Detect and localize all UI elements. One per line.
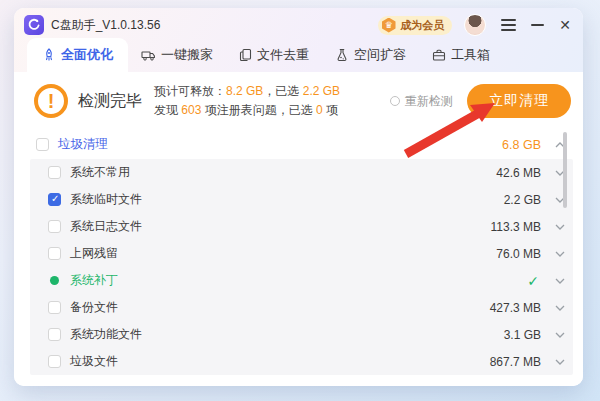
main-content: ! 检测完毕 预计可释放：8.2 GB，已选 2.2 GB 发现 603 项注册…	[14, 78, 583, 386]
crown-icon: ♛	[381, 18, 396, 33]
tab-label: 工具箱	[451, 46, 490, 64]
checkbox[interactable]	[48, 166, 61, 179]
group-row-junk-cleanup[interactable]: 垃圾清理 6.8 GB	[30, 130, 573, 159]
toolbox-icon	[432, 48, 446, 62]
duplicate-file-icon	[239, 48, 252, 62]
scan-summary: ! 检测完毕 预计可释放：8.2 GB，已选 2.2 GB 发现 603 项注册…	[34, 78, 571, 124]
checkbox[interactable]	[48, 301, 61, 314]
registry-issue-count: 603	[181, 103, 201, 117]
scrollbar-thumb[interactable]	[563, 132, 567, 208]
list-item[interactable]: 系统功能文件 3.1 GB	[30, 321, 573, 348]
tabbar: 全面优化 一键搬家 文件去重 空间扩容 工具箱	[14, 38, 583, 72]
list-item[interactable]: 系统临时文件 2.2 GB	[30, 186, 573, 213]
tab-one-key-move[interactable]: 一键搬家	[128, 38, 226, 72]
checkbox-checked[interactable]	[48, 193, 61, 206]
chevron-down-icon[interactable]	[555, 278, 565, 284]
tab-toolbox[interactable]: 工具箱	[419, 38, 503, 72]
tab-label: 空间扩容	[354, 46, 406, 64]
completed-check-icon: ✓	[527, 273, 539, 289]
titlebar: C盘助手_V1.0.13.56 ♛ 成为会员 ✕	[14, 8, 583, 38]
tab-label: 全面优化	[61, 46, 113, 64]
selected-size: 2.2 GB	[303, 84, 340, 98]
chevron-down-icon[interactable]	[555, 359, 565, 365]
recheck-label: 重新检测	[405, 93, 453, 110]
flask-icon	[335, 48, 349, 62]
tab-label: 一键搬家	[161, 46, 213, 64]
recheck-button[interactable]: 重新检测	[390, 93, 453, 110]
tab-label: 文件去重	[257, 46, 309, 64]
checkbox[interactable]	[36, 138, 49, 151]
list-item[interactable]: 垃圾文件 867.7 MB	[30, 348, 573, 375]
app-window: C盘助手_V1.0.13.56 ♛ 成为会员 ✕ 全面优化 一键搬家	[14, 8, 583, 386]
window-header: C盘助手_V1.0.13.56 ♛ 成为会员 ✕ 全面优化 一键搬家	[14, 8, 583, 72]
tab-full-optimize[interactable]: 全面优化	[27, 38, 128, 72]
list-item[interactable]: 系统日志文件 113.3 MB	[30, 213, 573, 240]
user-avatar[interactable]	[464, 14, 486, 36]
chevron-down-icon[interactable]	[555, 224, 565, 230]
group-label: 垃圾清理	[58, 136, 108, 153]
cleanup-list: 垃圾清理 6.8 GB 系统不常用 42.6 MB 系统临时文件 2.2	[30, 130, 573, 375]
list-item-completed[interactable]: 系统补丁 ✓	[30, 267, 573, 294]
registry-selected-count: 0	[316, 103, 323, 117]
close-button[interactable]: ✕	[559, 18, 571, 32]
group-size: 6.8 GB	[502, 138, 541, 152]
reclaimable-size: 8.2 GB	[226, 84, 263, 98]
registry-line: 发现 603 项注册表问题，已选 0 项	[154, 101, 340, 120]
tab-space-expand[interactable]: 空间扩容	[322, 38, 419, 72]
radio-icon	[390, 96, 400, 106]
checkbox[interactable]	[48, 355, 61, 368]
exclamation-icon: !	[34, 84, 68, 118]
chevron-down-icon[interactable]	[555, 305, 565, 311]
group-items: 系统不常用 42.6 MB 系统临时文件 2.2 GB 系统日志文件 11	[30, 159, 573, 375]
checkbox[interactable]	[48, 328, 61, 341]
checkbox[interactable]	[48, 247, 61, 260]
chevron-down-icon[interactable]	[555, 332, 565, 338]
list-item[interactable]: 备份文件 427.3 MB	[30, 294, 573, 321]
member-badge-label: 成为会员	[400, 18, 444, 33]
list-item[interactable]: 系统不常用 42.6 MB	[30, 159, 573, 186]
app-title: C盘助手_V1.0.13.56	[51, 17, 160, 34]
menu-button[interactable]	[501, 17, 516, 33]
clean-now-button[interactable]: 立即清理	[467, 84, 571, 118]
scan-details: 预计可释放：8.2 GB，已选 2.2 GB 发现 603 项注册表问题，已选 …	[154, 82, 340, 120]
truck-icon	[141, 48, 156, 62]
reclaimable-line: 预计可释放：8.2 GB，已选 2.2 GB	[154, 82, 340, 101]
list-item[interactable]: 上网残留 76.0 MB	[30, 240, 573, 267]
scan-status-title: 检测完毕	[78, 91, 142, 112]
chevron-down-icon[interactable]	[555, 251, 565, 257]
rocket-icon	[42, 48, 56, 62]
app-logo-icon	[24, 15, 44, 35]
green-dot-icon	[50, 276, 59, 285]
checkbox[interactable]	[48, 220, 61, 233]
member-badge-button[interactable]: ♛ 成为会员	[378, 16, 452, 35]
minimize-button[interactable]	[531, 24, 544, 26]
tab-file-dedupe[interactable]: 文件去重	[226, 38, 322, 72]
